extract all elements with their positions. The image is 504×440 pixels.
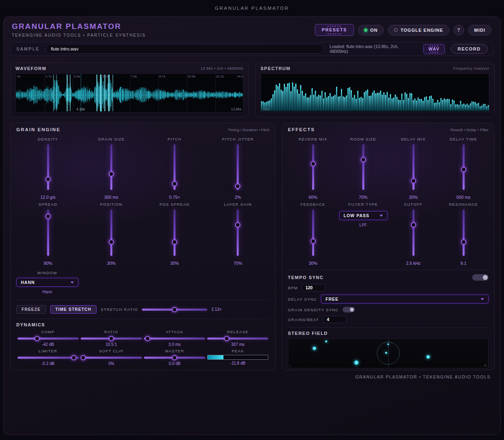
engine-on-button[interactable]: ON bbox=[358, 25, 384, 35]
resonance-slider[interactable] bbox=[461, 209, 466, 256]
pitch-slider[interactable] bbox=[172, 144, 177, 190]
slider-thumb[interactable] bbox=[172, 307, 177, 312]
attack-slider[interactable] bbox=[144, 336, 205, 341]
slider-thumb[interactable] bbox=[108, 171, 114, 176]
slider-thumb[interactable] bbox=[360, 157, 366, 163]
slider-track bbox=[110, 144, 112, 190]
presets-button[interactable]: ▾ ▾ ▾ ▾ ▾ ▾ PRESETS ▾ ▾ ▾ ▾ ▾ ▾ bbox=[315, 24, 354, 36]
feedback-slider[interactable] bbox=[310, 209, 316, 256]
grain-sliders-row1: DENSITY 12.0 g/s GRAIN SIZE 300 ms PITCH bbox=[16, 136, 270, 200]
grain-density-sync-toggle[interactable] bbox=[343, 307, 355, 312]
slider-thumb[interactable] bbox=[45, 214, 51, 219]
delay-sync-dropdown[interactable]: FREE bbox=[321, 295, 489, 304]
toggle-engine-button[interactable]: TOGGLE ENGINE bbox=[388, 25, 449, 35]
spread-slider[interactable] bbox=[45, 209, 51, 256]
slider-thumb[interactable] bbox=[108, 336, 114, 341]
limiter-label: LIMITER bbox=[39, 348, 57, 353]
slider-thumb[interactable] bbox=[461, 167, 466, 172]
slider-thumb[interactable] bbox=[172, 181, 177, 187]
delay-time-slider[interactable] bbox=[461, 144, 466, 190]
stretch-ratio-slider[interactable] bbox=[142, 307, 207, 312]
freeze-button[interactable]: FREEZE bbox=[16, 305, 46, 314]
window-dropdown[interactable]: HANN bbox=[16, 278, 78, 287]
attack-control: ATTACK 3.0 ms bbox=[143, 329, 206, 348]
tempo-sync-toggle[interactable] bbox=[472, 274, 489, 281]
slider-thumb[interactable] bbox=[224, 336, 230, 341]
slider-thumb[interactable] bbox=[172, 239, 177, 244]
pitch-control: PITCH 0.75× bbox=[143, 136, 206, 200]
window-select-block: WINDOW HANN Hann bbox=[16, 270, 78, 294]
delay-mix-slider[interactable] bbox=[411, 144, 416, 190]
midi-button[interactable]: MIDI bbox=[468, 25, 491, 35]
limiter-slider[interactable] bbox=[18, 355, 79, 360]
master-slider[interactable] bbox=[144, 355, 205, 360]
slider-thumb[interactable] bbox=[411, 222, 416, 227]
slider-thumb[interactable] bbox=[310, 238, 316, 244]
help-button[interactable]: ? bbox=[453, 25, 464, 35]
stereo-left-label: L bbox=[290, 364, 292, 367]
grains-beat-row: GRAINS/BEAT bbox=[288, 316, 489, 323]
stereo-field-title: STEREO FIELD bbox=[288, 327, 489, 336]
triangle-decoration: ▾ ▾ ▾ ▾ ▾ ▾ bbox=[315, 25, 354, 27]
density-value: 12.0 g/s bbox=[40, 195, 55, 200]
slider-thumb[interactable] bbox=[45, 177, 51, 182]
position-slider[interactable] bbox=[108, 209, 114, 256]
grains-beat-input[interactable] bbox=[323, 316, 347, 323]
pos-spread-slider[interactable] bbox=[172, 209, 177, 256]
waveform-display[interactable]: 0s 1.7s 3.5s 5.2s 7.0s 8.7s 10.5s 12.2s … bbox=[15, 73, 243, 112]
comp-control: COMP -42 dB bbox=[16, 329, 80, 348]
pos-spread-value: 30% bbox=[170, 261, 179, 266]
slider-thumb[interactable] bbox=[310, 161, 316, 167]
slider-thumb[interactable] bbox=[108, 239, 114, 244]
slider-thumb[interactable] bbox=[235, 184, 241, 189]
slider-thumb[interactable] bbox=[172, 355, 177, 360]
comp-slider[interactable] bbox=[18, 336, 79, 341]
tempo-sync-label: TEMPO SYNC bbox=[288, 275, 324, 280]
app-subtitle: TEKENGINE AUDIO TOOLS • PARTICLE SYNTHES… bbox=[12, 33, 146, 37]
slider-track bbox=[81, 356, 142, 359]
record-button[interactable]: RECORD bbox=[451, 44, 488, 54]
release-control: RELEASE 307 ms bbox=[206, 329, 270, 348]
position-value: 30% bbox=[107, 261, 115, 266]
reverb-mix-slider[interactable] bbox=[310, 144, 316, 190]
bpm-row: BPM bbox=[288, 284, 489, 291]
slider-thumb[interactable] bbox=[411, 178, 416, 183]
wav-export-button[interactable]: ▾ ▾ ▾ ▾ WAV ▾ ▾ ▾ ▾ bbox=[423, 44, 445, 54]
playhead-line[interactable] bbox=[81, 74, 81, 112]
room-size-slider[interactable] bbox=[360, 144, 366, 190]
release-slider[interactable] bbox=[207, 336, 268, 341]
playhead-time: 4.19s bbox=[76, 107, 85, 111]
limiter-control: LIMITER -0.2 dB bbox=[16, 348, 80, 367]
pitch-value: 0.75× bbox=[169, 195, 180, 200]
density-slider[interactable] bbox=[45, 144, 51, 190]
attack-value: 3.0 ms bbox=[168, 342, 181, 348]
soft-clip-slider[interactable] bbox=[81, 355, 142, 360]
toggle-knob bbox=[483, 275, 488, 280]
soft-clip-control: SOFT CLIP 0% bbox=[80, 348, 143, 367]
stereo-grain-dot bbox=[426, 355, 430, 359]
sample-filename-input[interactable] bbox=[46, 44, 324, 54]
slider-thumb[interactable] bbox=[34, 336, 40, 341]
window-hint: Hann bbox=[16, 290, 78, 294]
filter-type-dropdown[interactable]: LOW PASS bbox=[339, 211, 387, 220]
time-stretch-button[interactable]: TIME STRETCH bbox=[50, 305, 97, 314]
grain-size-slider[interactable] bbox=[108, 144, 114, 190]
ratio-slider[interactable] bbox=[81, 336, 142, 341]
delay-sync-label: DELAY SYNC bbox=[288, 297, 317, 301]
layer-gain-slider[interactable] bbox=[235, 209, 241, 256]
pitch-jitter-slider[interactable] bbox=[235, 144, 241, 190]
slider-thumb[interactable] bbox=[80, 355, 86, 360]
bpm-input[interactable] bbox=[302, 284, 325, 291]
slider-thumb[interactable] bbox=[71, 355, 76, 360]
slider-thumb[interactable] bbox=[461, 239, 466, 244]
app-header: GRANULAR PLASMATOR TEKENGINE AUDIO TOOLS… bbox=[12, 22, 146, 37]
grain-density-sync-row: GRAIN DENSITY SYNC bbox=[288, 307, 489, 312]
room-size-value: 70% bbox=[359, 195, 367, 200]
delay-time-value: 500 ms bbox=[456, 195, 470, 200]
slider-thumb[interactable] bbox=[235, 222, 241, 227]
cutoff-slider[interactable] bbox=[411, 209, 416, 256]
stereo-field-display: L R bbox=[288, 338, 489, 368]
spread-value: 90% bbox=[44, 261, 52, 266]
slider-thumb[interactable] bbox=[145, 336, 150, 341]
spread-label: SPREAD bbox=[38, 201, 57, 207]
